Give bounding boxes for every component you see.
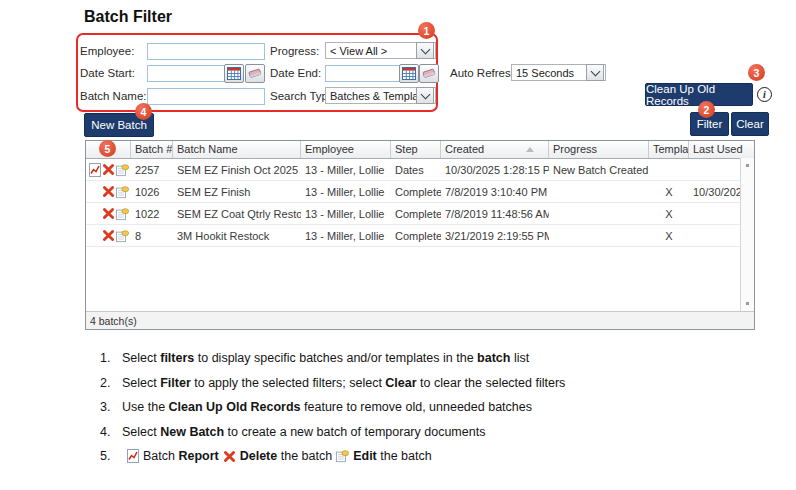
instruction-bold-text: Edit (353, 448, 377, 464)
cell-step: Completed (391, 230, 441, 242)
chevron-down-icon[interactable] (416, 42, 434, 59)
date-end-calendar-button[interactable] (399, 64, 419, 83)
batch-filter-window: Batch Filter Employee: Progress: < View … (0, 0, 796, 490)
table-body: 2257SEM EZ Finish Oct 202513 - Miller, L… (86, 159, 754, 247)
instruction-plain-text: to apply the selected filters; select (191, 375, 386, 391)
chevron-down-icon[interactable] (586, 64, 604, 81)
clean-up-old-records-button[interactable]: Clean Up Old Records (645, 83, 753, 106)
column-header-batch-number[interactable]: Batch # (131, 141, 173, 158)
search-type-select[interactable]: Batches & Templates (325, 87, 436, 104)
instruction-plain-text: Select (122, 375, 160, 391)
instruction-item: 4.Select New Batch to create a new batch… (100, 424, 720, 440)
table-row[interactable]: 83M Hookit Restock13 - Miller, LollieCom… (86, 225, 754, 247)
calendar-icon (402, 67, 416, 80)
eraser-icon (422, 68, 436, 79)
edit-icon[interactable] (116, 162, 129, 177)
report-icon[interactable] (88, 162, 101, 177)
info-icon[interactable]: i (757, 87, 772, 102)
cell-created: 7/8/2019 3:10:40 PM (441, 186, 549, 198)
row-action-icons (86, 162, 131, 177)
table-status-bar: 4 batch(s) (86, 311, 754, 329)
cell-batch-name: 3M Hookit Restock (173, 230, 301, 242)
clear-button[interactable]: Clear (731, 112, 769, 136)
edit-icon[interactable] (336, 449, 349, 464)
cell-employee: 13 - Miller, Lollie (301, 186, 391, 198)
column-header-last-used[interactable]: Last Used (689, 141, 743, 158)
batch-name-label: Batch Name: (80, 90, 146, 102)
report-icon[interactable] (126, 449, 139, 464)
date-end-input[interactable] (325, 65, 401, 82)
edit-icon[interactable] (116, 206, 129, 221)
page-title: Batch Filter (84, 8, 172, 26)
instruction-plain-text: to display specific batches and/or templ… (194, 350, 477, 366)
delete-icon[interactable] (102, 162, 115, 177)
spacer-icon (88, 206, 101, 221)
progress-select[interactable]: < View All > (325, 42, 436, 59)
annotation-badge-5: 5 (99, 140, 116, 157)
column-header-progress[interactable]: Progress (549, 141, 649, 158)
instruction-text: Use the Clean Up Old Records feature to … (122, 399, 532, 415)
cell-batch-name: SEM EZ Finish (173, 186, 301, 198)
instruction-text: Select New Batch to create a new batch o… (122, 424, 485, 440)
delete-icon[interactable] (102, 228, 115, 243)
edit-icon[interactable] (116, 228, 129, 243)
instruction-plain-text: Use the (122, 399, 169, 415)
auto-refresh-label: Auto Refresh: (450, 67, 520, 79)
delete-icon[interactable] (102, 184, 115, 199)
calendar-icon (227, 67, 241, 80)
cell-created: 3/21/2019 2:19:55 PM (441, 230, 549, 242)
batch-name-input[interactable] (147, 88, 265, 105)
date-start-calendar-button[interactable] (224, 64, 244, 83)
column-header-template[interactable]: Template (649, 141, 689, 158)
instruction-number: 5. (100, 448, 122, 464)
table-header-row: Batch # Batch Name Employee Step Created… (86, 141, 754, 159)
annotation-badge-4: 4 (135, 103, 152, 120)
scroll-up-icon[interactable] (746, 164, 749, 167)
cell-employee: 13 - Miller, Lollie (301, 230, 391, 242)
column-header-step[interactable]: Step (391, 141, 441, 158)
instruction-bold-text: Delete (240, 448, 278, 464)
progress-selected-value: < View All > (326, 45, 416, 57)
instruction-number: 1. (100, 350, 122, 366)
instruction-item: 2.Select Filter to apply the selected fi… (100, 375, 720, 391)
instruction-bold-text: Clean Up Old Records (169, 399, 301, 415)
auto-refresh-select[interactable]: 15 Seconds (511, 64, 606, 81)
eraser-icon (248, 68, 262, 79)
employee-input[interactable] (147, 43, 265, 60)
instruction-bold-text: filters (160, 350, 194, 366)
delete-icon[interactable] (223, 449, 236, 464)
scroll-down-icon[interactable] (746, 302, 749, 305)
instruction-item: 5.Batch ReportDelete the batchEdit the b… (100, 448, 720, 464)
cell-template: X (649, 230, 689, 242)
instruction-plain-text: Select (122, 350, 160, 366)
employee-label: Employee: (80, 45, 134, 57)
vertical-scrollbar[interactable] (740, 158, 754, 311)
instruction-plain-text: to create a new batch of temporary docum… (224, 424, 485, 440)
column-header-batch-name[interactable]: Batch Name (173, 141, 301, 158)
date-start-input[interactable] (147, 65, 226, 82)
instruction-plain-text: feature to remove old, unneeded batches (301, 399, 532, 415)
cell-batch-number: 2257 (131, 164, 173, 176)
spacer-icon (88, 184, 101, 199)
date-end-clear-button[interactable] (419, 64, 439, 83)
instruction-text: Select filters to display specific batch… (122, 350, 529, 366)
table-row[interactable]: 2257SEM EZ Finish Oct 202513 - Miller, L… (86, 159, 754, 181)
annotation-badge-1: 1 (418, 22, 435, 39)
auto-refresh-selected-value: 15 Seconds (512, 67, 586, 79)
cell-batch-name: SEM EZ Finish Oct 2025 (173, 164, 301, 176)
table-row[interactable]: 1026SEM EZ Finish13 - Miller, LollieComp… (86, 181, 754, 203)
cell-employee: 13 - Miller, Lollie (301, 164, 391, 176)
column-header-employee[interactable]: Employee (301, 141, 391, 158)
cell-created: 7/8/2019 11:48:56 AM (441, 208, 549, 220)
row-action-icons (86, 184, 131, 199)
instruction-text: Select Filter to apply the selected filt… (122, 375, 565, 391)
table-row[interactable]: 1022SEM EZ Coat Qtrly Restock13 - Miller… (86, 203, 754, 225)
edit-icon[interactable] (116, 184, 129, 199)
date-start-clear-button[interactable] (245, 64, 265, 83)
column-header-created[interactable]: Created (441, 141, 549, 158)
instruction-number: 2. (100, 375, 122, 391)
chevron-down-icon[interactable] (416, 87, 434, 104)
instruction-plain-text: to clear the selected filters (417, 375, 566, 391)
row-action-icons (86, 228, 131, 243)
delete-icon[interactable] (102, 206, 115, 221)
